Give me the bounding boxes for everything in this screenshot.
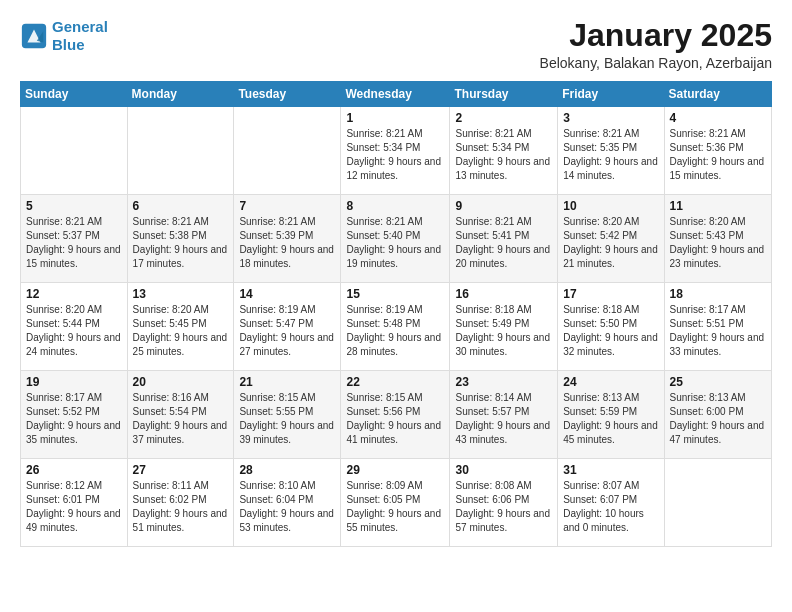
cell-daylight: Daylight: 9 hours and 37 minutes. [133, 419, 229, 447]
calendar-cell: 7 Sunrise: 8:21 AM Sunset: 5:39 PM Dayli… [234, 195, 341, 283]
cell-daylight: Daylight: 9 hours and 17 minutes. [133, 243, 229, 271]
cell-sunrise: Sunrise: 8:13 AM [563, 391, 658, 405]
cell-daylight: Daylight: 9 hours and 47 minutes. [670, 419, 766, 447]
cell-day-number: 16 [455, 287, 552, 301]
cell-sunrise: Sunrise: 8:17 AM [26, 391, 122, 405]
cell-day-number: 12 [26, 287, 122, 301]
calendar-cell: 30 Sunrise: 8:08 AM Sunset: 6:06 PM Dayl… [450, 459, 558, 547]
calendar-cell: 4 Sunrise: 8:21 AM Sunset: 5:36 PM Dayli… [664, 107, 771, 195]
cell-daylight: Daylight: 9 hours and 33 minutes. [670, 331, 766, 359]
calendar-cell [21, 107, 128, 195]
cell-daylight: Daylight: 9 hours and 27 minutes. [239, 331, 335, 359]
cell-day-number: 4 [670, 111, 766, 125]
cell-daylight: Daylight: 9 hours and 53 minutes. [239, 507, 335, 535]
cell-sunrise: Sunrise: 8:07 AM [563, 479, 658, 493]
logo-icon [20, 22, 48, 50]
logo-general: General [52, 18, 108, 35]
cell-sunrise: Sunrise: 8:17 AM [670, 303, 766, 317]
calendar-cell: 23 Sunrise: 8:14 AM Sunset: 5:57 PM Dayl… [450, 371, 558, 459]
calendar-cell: 3 Sunrise: 8:21 AM Sunset: 5:35 PM Dayli… [558, 107, 664, 195]
cell-sunrise: Sunrise: 8:20 AM [563, 215, 658, 229]
cell-day-number: 9 [455, 199, 552, 213]
calendar-cell: 11 Sunrise: 8:20 AM Sunset: 5:43 PM Dayl… [664, 195, 771, 283]
cell-daylight: Daylight: 9 hours and 51 minutes. [133, 507, 229, 535]
cell-sunset: Sunset: 5:48 PM [346, 317, 444, 331]
cell-sunrise: Sunrise: 8:21 AM [133, 215, 229, 229]
cell-day-number: 3 [563, 111, 658, 125]
cell-day-number: 26 [26, 463, 122, 477]
cell-daylight: Daylight: 9 hours and 32 minutes. [563, 331, 658, 359]
main-title: January 2025 [540, 18, 772, 53]
cell-sunset: Sunset: 5:41 PM [455, 229, 552, 243]
calendar-week-row: 12 Sunrise: 8:20 AM Sunset: 5:44 PM Dayl… [21, 283, 772, 371]
calendar-cell: 26 Sunrise: 8:12 AM Sunset: 6:01 PM Dayl… [21, 459, 128, 547]
calendar-cell: 31 Sunrise: 8:07 AM Sunset: 6:07 PM Dayl… [558, 459, 664, 547]
cell-sunrise: Sunrise: 8:10 AM [239, 479, 335, 493]
cell-daylight: Daylight: 9 hours and 28 minutes. [346, 331, 444, 359]
cell-sunrise: Sunrise: 8:21 AM [346, 215, 444, 229]
cell-sunrise: Sunrise: 8:08 AM [455, 479, 552, 493]
cell-sunset: Sunset: 5:49 PM [455, 317, 552, 331]
calendar-table: Sunday Monday Tuesday Wednesday Thursday… [20, 81, 772, 547]
cell-daylight: Daylight: 10 hours and 0 minutes. [563, 507, 658, 535]
cell-day-number: 31 [563, 463, 658, 477]
cell-daylight: Daylight: 9 hours and 41 minutes. [346, 419, 444, 447]
cell-sunset: Sunset: 5:34 PM [455, 141, 552, 155]
header-monday: Monday [127, 82, 234, 107]
calendar-cell: 22 Sunrise: 8:15 AM Sunset: 5:56 PM Dayl… [341, 371, 450, 459]
cell-day-number: 10 [563, 199, 658, 213]
cell-daylight: Daylight: 9 hours and 20 minutes. [455, 243, 552, 271]
cell-day-number: 13 [133, 287, 229, 301]
cell-day-number: 29 [346, 463, 444, 477]
calendar-cell [127, 107, 234, 195]
calendar-cell: 21 Sunrise: 8:15 AM Sunset: 5:55 PM Dayl… [234, 371, 341, 459]
calendar-cell [234, 107, 341, 195]
cell-daylight: Daylight: 9 hours and 57 minutes. [455, 507, 552, 535]
calendar-cell: 5 Sunrise: 8:21 AM Sunset: 5:37 PM Dayli… [21, 195, 128, 283]
cell-sunrise: Sunrise: 8:21 AM [346, 127, 444, 141]
header-sunday: Sunday [21, 82, 128, 107]
cell-day-number: 1 [346, 111, 444, 125]
cell-day-number: 2 [455, 111, 552, 125]
cell-daylight: Daylight: 9 hours and 23 minutes. [670, 243, 766, 271]
cell-day-number: 27 [133, 463, 229, 477]
cell-day-number: 14 [239, 287, 335, 301]
cell-sunrise: Sunrise: 8:21 AM [670, 127, 766, 141]
cell-sunrise: Sunrise: 8:20 AM [670, 215, 766, 229]
cell-sunrise: Sunrise: 8:21 AM [239, 215, 335, 229]
logo-blue: Blue [52, 36, 85, 53]
calendar-cell: 17 Sunrise: 8:18 AM Sunset: 5:50 PM Dayl… [558, 283, 664, 371]
cell-sunset: Sunset: 5:35 PM [563, 141, 658, 155]
cell-sunset: Sunset: 6:04 PM [239, 493, 335, 507]
calendar-cell: 8 Sunrise: 8:21 AM Sunset: 5:40 PM Dayli… [341, 195, 450, 283]
cell-sunrise: Sunrise: 8:16 AM [133, 391, 229, 405]
cell-sunset: Sunset: 5:47 PM [239, 317, 335, 331]
cell-day-number: 19 [26, 375, 122, 389]
calendar-week-row: 26 Sunrise: 8:12 AM Sunset: 6:01 PM Dayl… [21, 459, 772, 547]
logo-text: General Blue [52, 18, 108, 54]
cell-daylight: Daylight: 9 hours and 35 minutes. [26, 419, 122, 447]
cell-daylight: Daylight: 9 hours and 45 minutes. [563, 419, 658, 447]
cell-sunset: Sunset: 5:40 PM [346, 229, 444, 243]
cell-daylight: Daylight: 9 hours and 25 minutes. [133, 331, 229, 359]
calendar-cell: 14 Sunrise: 8:19 AM Sunset: 5:47 PM Dayl… [234, 283, 341, 371]
calendar-cell: 24 Sunrise: 8:13 AM Sunset: 5:59 PM Dayl… [558, 371, 664, 459]
calendar-cell: 28 Sunrise: 8:10 AM Sunset: 6:04 PM Dayl… [234, 459, 341, 547]
cell-day-number: 11 [670, 199, 766, 213]
cell-daylight: Daylight: 9 hours and 49 minutes. [26, 507, 122, 535]
cell-daylight: Daylight: 9 hours and 19 minutes. [346, 243, 444, 271]
cell-sunrise: Sunrise: 8:15 AM [346, 391, 444, 405]
cell-daylight: Daylight: 9 hours and 15 minutes. [26, 243, 122, 271]
calendar-cell: 16 Sunrise: 8:18 AM Sunset: 5:49 PM Dayl… [450, 283, 558, 371]
cell-day-number: 22 [346, 375, 444, 389]
calendar-week-row: 5 Sunrise: 8:21 AM Sunset: 5:37 PM Dayli… [21, 195, 772, 283]
cell-day-number: 28 [239, 463, 335, 477]
calendar-cell: 25 Sunrise: 8:13 AM Sunset: 6:00 PM Dayl… [664, 371, 771, 459]
cell-sunrise: Sunrise: 8:13 AM [670, 391, 766, 405]
title-area: January 2025 Belokany, Balakan Rayon, Az… [540, 18, 772, 71]
calendar-cell: 2 Sunrise: 8:21 AM Sunset: 5:34 PM Dayli… [450, 107, 558, 195]
cell-sunset: Sunset: 5:51 PM [670, 317, 766, 331]
cell-sunset: Sunset: 5:50 PM [563, 317, 658, 331]
calendar-cell: 29 Sunrise: 8:09 AM Sunset: 6:05 PM Dayl… [341, 459, 450, 547]
cell-day-number: 15 [346, 287, 444, 301]
